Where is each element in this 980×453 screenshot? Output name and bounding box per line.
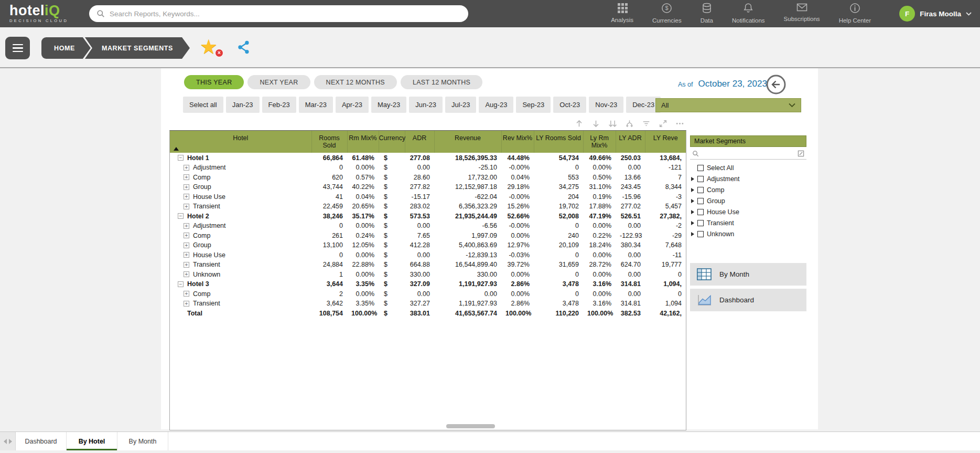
table-row-comp[interactable]: +Comp6200.57%$28.6017,732.000.04%5530.50…: [170, 172, 686, 182]
expand-toggle-icon[interactable]: +: [184, 262, 189, 268]
segment-item-comp[interactable]: Comp: [690, 184, 806, 195]
segment-item-house-use[interactable]: House Use: [690, 206, 806, 217]
previous-pages-icon[interactable]: [4, 439, 7, 444]
menu-button[interactable]: [5, 37, 30, 59]
month-button-jun-23[interactable]: Jun-23: [409, 97, 443, 113]
hoteliq-logo[interactable]: hoteliQ DECISION CLOUD: [9, 3, 68, 23]
breadcrumb-home[interactable]: HOME: [41, 37, 91, 59]
expand-toggle-icon[interactable]: +: [184, 243, 189, 248]
checkbox[interactable]: [697, 220, 704, 226]
column-header-ly-rm-mix-[interactable]: Ly Rm Mix%: [583, 131, 616, 153]
nav-item-help-center[interactable]: Help Center: [839, 3, 871, 24]
expand-toggle-icon[interactable]: +: [184, 174, 189, 180]
segment-item-group[interactable]: Group: [690, 195, 806, 206]
table-row-comp[interactable]: +Comp2610.24%$7.651,997.090.00%2400.22%-…: [170, 230, 686, 240]
expand-toggle-icon[interactable]: +: [184, 194, 189, 199]
table-row-transient[interactable]: +Transient24,88422.88%$664.8816,544,899.…: [170, 260, 686, 270]
table-row-comp[interactable]: +Comp20.00%$0.000.000.00%00.00%0.000: [170, 289, 686, 299]
expand-toggle-icon[interactable]: +: [184, 291, 189, 297]
favorite-button[interactable]: ★ ×: [200, 36, 222, 59]
collapse-toggle-icon[interactable]: −: [178, 281, 184, 287]
period-tab-next-12-months[interactable]: NEXT 12 MONTHS: [314, 75, 397, 89]
expand-toggle-icon[interactable]: +: [184, 223, 189, 229]
expand-caret-icon[interactable]: [691, 177, 694, 181]
checkbox[interactable]: [697, 165, 704, 171]
expand-caret-icon[interactable]: [691, 232, 694, 236]
nav-item-notifications[interactable]: Notifications: [732, 3, 765, 24]
expand-toggle-icon[interactable]: +: [184, 271, 189, 277]
table-row-total[interactable]: Total108,754100.00%$383.0141,653,567.741…: [170, 308, 686, 318]
month-button-aug-23[interactable]: Aug-23: [479, 97, 513, 113]
back-button[interactable]: [766, 74, 787, 95]
column-header-hotel[interactable]: Hotel: [170, 131, 311, 153]
checkbox[interactable]: [697, 231, 704, 237]
share-button[interactable]: [237, 40, 251, 57]
segment-item-transient[interactable]: Transient: [690, 217, 806, 228]
go-to-next-level-icon[interactable]: [608, 119, 617, 128]
segment-item-adjustment[interactable]: Adjustment: [690, 173, 806, 184]
horizontal-scrollbar[interactable]: [446, 424, 495, 428]
expand-caret-icon[interactable]: [691, 199, 694, 203]
segments-search-input[interactable]: [701, 150, 795, 157]
expand-caret-icon[interactable]: [691, 210, 694, 214]
more-options-icon[interactable]: [675, 119, 684, 128]
by-month-button[interactable]: By Month: [690, 263, 806, 286]
month-button-jan-23[interactable]: Jan-23: [226, 97, 260, 113]
table-row-adjustment[interactable]: +Adjustment00.00%$0.00-6.56-0.00%00.00%0…: [170, 221, 686, 231]
month-button-sep-23[interactable]: Sep-23: [516, 97, 551, 113]
column-header-rooms-sold[interactable]: Rooms Sold: [311, 131, 347, 153]
table-row-house-use[interactable]: +House Use00.00%$0.00-12,839.13-0.03%00.…: [170, 250, 686, 260]
column-header-currency[interactable]: Currency: [379, 131, 405, 153]
page-tab-by-month[interactable]: By Month: [117, 432, 168, 450]
column-header-ly-reve[interactable]: LY Reve: [645, 131, 686, 153]
month-button-nov-23[interactable]: Nov-23: [589, 97, 623, 113]
expand-toggle-icon[interactable]: +: [184, 165, 189, 171]
collapse-toggle-icon[interactable]: −: [178, 213, 184, 219]
month-button-jul-23[interactable]: Jul-23: [445, 97, 476, 113]
segments-list-mode-icon[interactable]: [798, 150, 804, 157]
table-row-transient[interactable]: +Transient3,6423.35%$327.271,191,927.932…: [170, 299, 686, 309]
dashboard-button[interactable]: Dashboard: [690, 289, 806, 311]
segment-item-unknown[interactable]: Unknown: [690, 228, 806, 239]
period-tab-this-year[interactable]: THIS YEAR: [184, 75, 244, 89]
checkbox[interactable]: [697, 198, 704, 204]
period-tab-last-12-months[interactable]: LAST 12 MONTHS: [401, 75, 482, 89]
collapse-toggle-icon[interactable]: −: [178, 155, 184, 161]
nav-item-data[interactable]: Data: [701, 3, 713, 24]
search-input[interactable]: [110, 10, 461, 18]
month-button-select-all[interactable]: Select all: [183, 97, 223, 113]
page-tab-by-hotel[interactable]: By Hotel: [67, 432, 117, 450]
column-header-revenue[interactable]: Revenue: [434, 131, 501, 153]
drill-up-icon[interactable]: [575, 119, 584, 128]
month-button-mar-23[interactable]: Mar-23: [299, 97, 333, 113]
checkbox[interactable]: [697, 209, 704, 215]
column-header-rev-mix-[interactable]: Rev Mix%: [501, 131, 534, 153]
table-row-hotel-2[interactable]: −Hotel 238,24635.17%$573.5321,935,244.49…: [170, 211, 686, 221]
month-button-oct-23[interactable]: Oct-23: [553, 97, 586, 113]
expand-toggle-icon[interactable]: +: [184, 184, 189, 190]
table-row-house-use[interactable]: +House Use410.04%$-15.17-622.04-0.00%204…: [170, 192, 686, 202]
focus-mode-icon[interactable]: [659, 119, 667, 128]
table-row-group[interactable]: +Group43,74440.22%$277.8212,152,987.1829…: [170, 182, 686, 192]
month-button-may-23[interactable]: May-23: [371, 97, 406, 113]
column-header-rm-mix-[interactable]: Rm Mix%: [347, 131, 379, 153]
expand-caret-icon[interactable]: [691, 221, 694, 225]
segment-dropdown[interactable]: All: [655, 98, 801, 112]
next-pages-icon[interactable]: [9, 439, 12, 444]
month-button-apr-23[interactable]: Apr-23: [336, 97, 369, 113]
page-tab-dashboard[interactable]: Dashboard: [16, 432, 67, 450]
table-row-unknown[interactable]: +Unknown10.00%$330.00330.000.00%00.00%0.…: [170, 269, 686, 279]
checkbox[interactable]: [697, 187, 704, 193]
period-tab-next-year[interactable]: NEXT YEAR: [247, 75, 310, 89]
table-row-hotel-1[interactable]: −Hotel 166,86461.48%$277.0818,526,395.33…: [170, 153, 686, 163]
column-header-adr[interactable]: ADR: [405, 131, 434, 153]
segment-item-select-all[interactable]: Select All: [690, 162, 806, 173]
user-menu[interactable]: F Firas Moolla: [899, 0, 972, 27]
table-row-adjustment[interactable]: +Adjustment00.00%$0.00-25.10-0.00%00.00%…: [170, 163, 686, 173]
month-button-feb-23[interactable]: Feb-23: [262, 97, 296, 113]
nav-item-analysis[interactable]: Analysis: [611, 3, 633, 24]
nav-item-currencies[interactable]: $Currencies: [652, 3, 682, 24]
table-row-transient[interactable]: +Transient22,45920.65%$283.026,356,323.2…: [170, 202, 686, 212]
expand-toggle-icon[interactable]: +: [184, 233, 189, 238]
expand-toggle-icon[interactable]: +: [184, 301, 189, 307]
